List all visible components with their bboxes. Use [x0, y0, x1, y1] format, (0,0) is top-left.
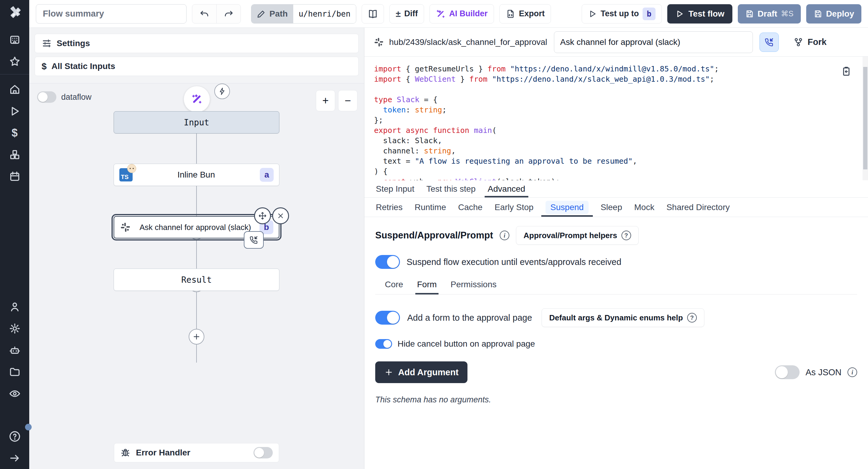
hub-path[interactable]: hub/2439/slack/ask_channel_for_approval	[373, 37, 547, 48]
audit-logs-eye-icon[interactable]	[0, 383, 29, 405]
scrollbar-thumb[interactable]	[863, 67, 867, 169]
tab-sleep[interactable]: Sleep	[596, 198, 627, 217]
dollar-icon: $	[41, 61, 47, 71]
suspend-toggle-label: Suspend flow execution until events/appr…	[407, 257, 621, 267]
flow-graph: dataflow + − Input TS Inline Bun a	[29, 83, 364, 469]
fork-icon	[793, 37, 804, 47]
suspend-execution-toggle[interactable]	[375, 255, 400, 269]
hide-cancel-toggle[interactable]	[375, 339, 392, 349]
zoom-in-button[interactable]: +	[316, 90, 335, 111]
apps-icon[interactable]	[0, 29, 29, 51]
path-label: Path	[270, 9, 288, 19]
sidebar-divider	[0, 74, 29, 74]
input-node[interactable]: Input	[114, 111, 279, 133]
folders-icon[interactable]	[0, 361, 29, 383]
suspend-phone-button[interactable]	[760, 33, 779, 52]
as-json-toggle[interactable]	[775, 365, 800, 379]
step-node-b-label: Ask channel for approval (slack)	[136, 223, 254, 232]
code-scrollbar[interactable]	[863, 57, 868, 180]
subtab-permissions[interactable]: Permissions	[446, 280, 501, 294]
runs-icon[interactable]	[0, 100, 29, 122]
export-file-icon	[506, 9, 516, 19]
step-node-b-selected[interactable]: Ask channel for approval (slack) b	[114, 216, 279, 239]
dataflow-toggle[interactable]	[37, 91, 56, 103]
draft-button[interactable]: Draft ⌘S	[738, 4, 801, 24]
error-handler-card[interactable]: Error Handler	[114, 443, 279, 462]
flow-settings-button[interactable]: Settings	[35, 34, 359, 53]
undo-button[interactable]	[192, 4, 216, 23]
workers-robot-icon[interactable]	[0, 339, 29, 361]
copy-code-button[interactable]	[841, 66, 852, 79]
undo-redo-group	[192, 4, 241, 24]
redo-button[interactable]	[216, 4, 241, 23]
add-trigger-button[interactable]	[214, 84, 230, 99]
path-value[interactable]: u/henri/ben	[293, 4, 356, 23]
tab-early-stop[interactable]: Early Stop	[490, 198, 538, 217]
path-control[interactable]: Path u/henri/ben	[251, 4, 356, 24]
tab-runtime[interactable]: Runtime	[410, 198, 451, 217]
help-icon[interactable]	[0, 426, 29, 447]
schedules-icon[interactable]	[0, 165, 29, 187]
flow-panel: Settings $ All Static Inputs dataflow + …	[29, 28, 364, 469]
docs-book-button[interactable]	[362, 4, 384, 24]
favorites-star-icon[interactable]	[0, 51, 29, 72]
ai-flow-wand-button[interactable]	[184, 86, 210, 113]
toolbar: Flow summary Path u/henri/ben ± Diff AI …	[29, 0, 868, 28]
test-up-to-button[interactable]: Test up to b	[582, 4, 662, 24]
delete-step-button[interactable]	[272, 207, 289, 224]
error-handler-toggle[interactable]	[253, 447, 273, 459]
add-form-label: Add a form to the approval page	[407, 313, 532, 323]
settings-gear-icon[interactable]	[0, 318, 29, 339]
tab-step-input[interactable]: Step Input	[371, 180, 419, 197]
deploy-button[interactable]: Deploy	[806, 4, 861, 24]
subtab-core[interactable]: Core	[380, 280, 408, 294]
question-icon: ?	[621, 230, 631, 240]
users-icon[interactable]	[0, 296, 29, 318]
export-label: Export	[519, 9, 545, 19]
code-editor[interactable]: import { getResumeUrls } from "https://d…	[364, 57, 868, 180]
step-name-input[interactable]: Ask channel for approval (slack)	[554, 31, 753, 53]
all-static-inputs-button[interactable]: $ All Static Inputs	[35, 57, 359, 76]
move-step-handle[interactable]	[254, 207, 271, 224]
tab-suspend[interactable]: Suspend	[541, 198, 593, 217]
expand-sidebar-icon[interactable]	[0, 447, 29, 469]
move-icon	[258, 211, 267, 220]
phone-incoming-icon	[249, 235, 258, 245]
path-label-segment: Path	[251, 4, 293, 23]
test-up-to-label: Test up to	[601, 9, 639, 19]
tab-mock[interactable]: Mock	[629, 198, 659, 217]
add-argument-button[interactable]: Add Argument	[375, 362, 467, 383]
notification-dot	[25, 424, 32, 430]
tab-cache[interactable]: Cache	[453, 198, 487, 217]
input-node-label: Input	[184, 118, 209, 127]
step-node-a[interactable]: TS Inline Bun a	[114, 164, 279, 186]
add-form-toggle[interactable]	[375, 311, 400, 324]
approval-prompt-helpers-button[interactable]: Approval/Prompt helpers ?	[516, 226, 639, 245]
tab-test-this-step[interactable]: Test this step	[422, 180, 480, 197]
pencil-icon	[257, 9, 266, 19]
resources-icon[interactable]	[0, 144, 29, 165]
tab-advanced[interactable]: Advanced	[483, 180, 530, 197]
add-step-button[interactable]	[189, 329, 204, 345]
export-button[interactable]: Export	[499, 4, 551, 24]
windmill-logo-icon[interactable]	[7, 4, 23, 21]
tab-retries[interactable]: Retries	[371, 198, 407, 217]
fork-button[interactable]: Fork	[793, 37, 827, 47]
hide-cancel-label: Hide cancel button on approval page	[398, 339, 535, 349]
diff-button[interactable]: ± Diff	[390, 4, 424, 24]
tab-shared-directory[interactable]: Shared Directory	[661, 198, 735, 217]
flow-summary-input[interactable]: Flow summary	[36, 4, 187, 24]
info-icon[interactable]: i	[500, 230, 509, 240]
zoom-out-button[interactable]: −	[338, 90, 358, 111]
as-json-label: As JSON	[806, 368, 841, 377]
test-flow-button[interactable]: Test flow	[667, 4, 732, 24]
deploy-label: Deploy	[826, 9, 854, 19]
ai-builder-label: AI Builder	[449, 9, 488, 19]
home-icon[interactable]	[0, 79, 29, 100]
result-node[interactable]: Result	[114, 269, 279, 291]
default-args-help-button[interactable]: Default args & Dynamic enums help ?	[541, 308, 704, 327]
variables-icon[interactable]: $	[0, 122, 29, 144]
ai-builder-button[interactable]: AI Builder	[430, 4, 494, 24]
info-icon[interactable]: i	[847, 368, 857, 377]
subtab-form[interactable]: Form	[412, 280, 441, 294]
